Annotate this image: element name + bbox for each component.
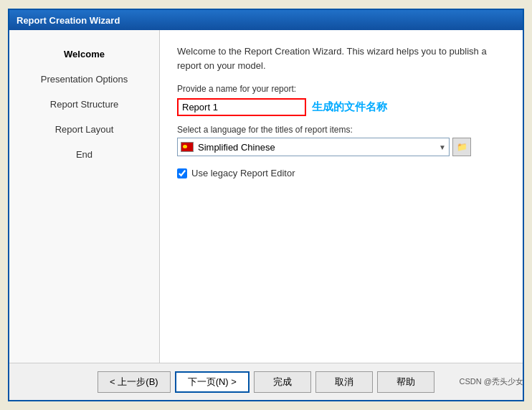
language-text: Simplified Chinese xyxy=(198,142,275,153)
next-button[interactable]: 下一页(N) > xyxy=(175,371,250,393)
next-button-label: 下一页(N) > xyxy=(188,376,237,388)
finish-button[interactable]: 完成 xyxy=(254,371,311,393)
sidebar: Welcome Presentation Options Report Stru… xyxy=(9,30,160,363)
dialog-titlebar: Report Creation Wizard xyxy=(9,10,523,30)
report-name-input[interactable] xyxy=(177,98,306,116)
sidebar-item-report-layout-label: Report Layout xyxy=(55,124,114,135)
sidebar-item-report-structure[interactable]: Report Structure xyxy=(9,95,159,114)
sidebar-item-welcome-label: Welcome xyxy=(64,49,105,59)
browse-button[interactable]: 📁 xyxy=(452,138,471,156)
back-button[interactable]: < 上一步(B) xyxy=(98,371,171,393)
help-button[interactable]: 帮助 xyxy=(377,371,434,393)
language-label: Select a language for the titles of repo… xyxy=(177,125,505,135)
sidebar-item-report-structure-label: Report Structure xyxy=(50,99,118,110)
footer: < 上一步(B) 下一页(N) > 完成 取消 帮助 xyxy=(9,363,523,400)
watermark: CSDN @秃头少女 xyxy=(460,376,523,387)
report-name-section: Provide a name for your report: 生成的文件名称 xyxy=(177,84,505,116)
welcome-description: Welcome to the Report Creation Wizard. T… xyxy=(177,44,505,72)
name-label: Provide a name for your report: xyxy=(177,84,505,94)
language-select-inner: Simplified Chinese xyxy=(181,142,439,153)
sidebar-item-presentation-label: Presentation Options xyxy=(41,74,128,85)
back-button-label: < 上一步(B) xyxy=(110,376,158,388)
cancel-button[interactable]: 取消 xyxy=(315,371,373,393)
sidebar-item-presentation[interactable]: Presentation Options xyxy=(9,70,159,89)
help-button-label: 帮助 xyxy=(396,376,415,388)
checkbox-row: Use legacy Report Editor xyxy=(177,168,505,178)
dialog-window: Report Creation Wizard Welcome Presentat… xyxy=(8,9,524,401)
language-select[interactable]: Simplified Chinese ▼ xyxy=(177,138,450,156)
folder-icon: 📁 xyxy=(457,142,467,152)
language-flag-icon xyxy=(181,142,194,152)
finish-button-label: 完成 xyxy=(273,376,292,388)
dialog-body: Welcome Presentation Options Report Stru… xyxy=(9,30,523,363)
sidebar-item-end-label: End xyxy=(76,149,92,160)
checkbox-label: Use legacy Report Editor xyxy=(191,168,295,178)
sidebar-item-end[interactable]: End xyxy=(9,145,159,164)
main-content: Welcome to the Report Creation Wizard. T… xyxy=(160,30,523,363)
report-name-row: 生成的文件名称 xyxy=(177,98,505,116)
cancel-button-label: 取消 xyxy=(335,376,353,388)
chevron-down-icon: ▼ xyxy=(439,143,446,151)
dialog-title: Report Creation Wizard xyxy=(16,15,120,26)
sidebar-item-welcome[interactable]: Welcome xyxy=(9,44,159,64)
annotation-text: 生成的文件名称 xyxy=(312,100,387,114)
legacy-editor-checkbox[interactable] xyxy=(177,168,187,178)
language-row: Simplified Chinese ▼ 📁 xyxy=(177,138,505,156)
language-section: Select a language for the titles of repo… xyxy=(177,125,505,156)
sidebar-item-report-layout[interactable]: Report Layout xyxy=(9,120,159,139)
